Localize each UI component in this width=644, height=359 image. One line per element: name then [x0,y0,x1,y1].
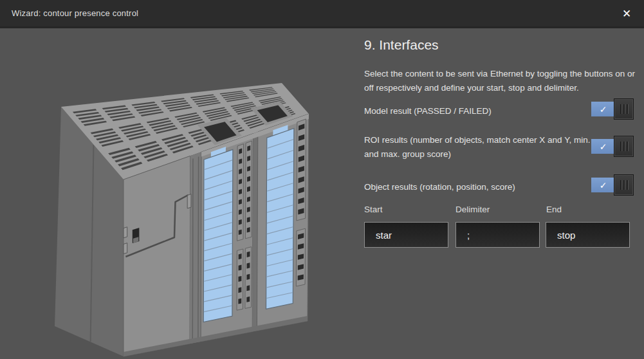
toggle-label-model-result: Model result (PASSED / FAILED) [364,104,603,118]
window-title: Wizard: contour presence control [12,8,138,18]
toggle-object-results[interactable]: ✓ [591,174,634,196]
step-description: Select the content to be sent via Ethern… [364,67,644,95]
grip-line [627,180,628,190]
grip-line [620,142,621,151]
toggle-handle[interactable] [614,136,634,157]
step-title: 9. Interfaces [364,37,439,53]
check-icon: ✓ [591,102,615,116]
toggle-handle[interactable] [614,98,634,120]
delimiter-input[interactable] [455,222,540,248]
close-button[interactable]: ✕ [618,6,635,23]
titlebar: Wizard: contour presence control ✕ [0,0,644,28]
toggle-roi-results[interactable]: ✓ [591,136,634,157]
grip-line [620,104,621,114]
grip-line [623,180,625,190]
delimiter-field-label: Delimiter [455,205,490,214]
toggle-model-result[interactable]: ✓ [591,98,634,120]
close-icon: ✕ [622,8,631,20]
end-field-label: End [546,205,562,214]
plc-3d-illustration [35,77,338,359]
check-icon: ✓ [591,139,615,154]
toggle-handle[interactable] [614,174,634,196]
grip-line [623,142,625,151]
toggle-label-roi-results: ROI results (number of objects, match ce… [364,133,603,161]
start-field-label: Start [364,205,383,214]
toggle-label-object-results: Object results (rotation, position, scor… [364,180,603,194]
check-icon: ✓ [591,178,615,192]
end-input[interactable] [546,222,630,248]
start-input[interactable] [364,222,448,248]
grip-line [627,104,628,114]
grip-line [620,180,621,190]
grip-line [627,142,628,151]
grip-line [623,104,625,114]
